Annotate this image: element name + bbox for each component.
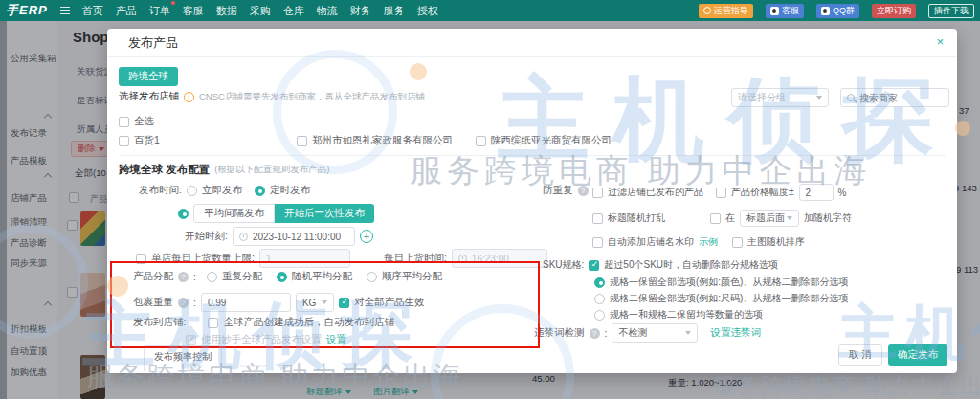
close-icon[interactable]: ×	[936, 35, 944, 48]
shop-name: 郑州市如恩礼家政服务有限公司	[312, 134, 453, 147]
daily-time-value: 16:23:00	[472, 254, 509, 264]
add-random-label: 加随机字符	[804, 211, 852, 225]
shop-checkbox[interactable]	[119, 136, 129, 146]
img-shuffle-checkbox[interactable]	[732, 237, 743, 248]
dedupe-label: 防重复	[543, 184, 573, 197]
shop-checkbox[interactable]	[297, 136, 307, 146]
publish-product-dialog: 发布产品 × 跨境全球 选择发布店铺 CNSC店铺需要先发布到商家，再从全球产品…	[107, 29, 957, 373]
notification-dot	[171, 1, 175, 5]
position-select[interactable]: 标题后面	[740, 210, 799, 227]
scheduled-radio[interactable]	[255, 186, 265, 196]
nav-purchase[interactable]: 采购	[250, 4, 271, 18]
alloc-random-label: 随机平均分配	[292, 270, 352, 283]
shop-hint: CNSC店铺需要先发布到商家，再从全球产品发布到店铺	[199, 91, 425, 103]
colon: :	[605, 327, 608, 339]
mode-radio[interactable]	[178, 209, 189, 219]
price-range-checkbox[interactable]	[716, 188, 726, 198]
plugin-download-button[interactable]: 插件下载	[928, 4, 974, 18]
nav-home[interactable]: 首页	[82, 4, 103, 18]
start-time-value: 2023-10-12 11:00:00	[253, 232, 341, 242]
nav-authorization[interactable]: 授权	[417, 4, 438, 18]
mode-interval-button[interactable]: 平均间隔发布	[193, 204, 275, 223]
daily-limit-checkbox[interactable]	[136, 254, 146, 264]
weight-unit-value: KG	[302, 298, 316, 308]
nav-customer-service[interactable]: 客服	[183, 4, 204, 18]
select-all-label: 全选	[134, 115, 154, 128]
frequency-control-panel[interactable]: 发布频率控制	[144, 345, 222, 371]
weight-unit-select[interactable]: KG	[296, 293, 334, 312]
auto-publish-checkbox[interactable]	[208, 318, 218, 328]
nav-orders[interactable]: 订单	[149, 4, 170, 18]
colon: :	[193, 297, 196, 308]
config-section-title: 跨境全球 发布配置	[119, 163, 210, 177]
nav-products[interactable]: 产品	[116, 4, 137, 18]
example-link[interactable]: 示例	[699, 235, 718, 249]
price-range-input[interactable]	[799, 184, 834, 201]
shop-option[interactable]: 郑州市如恩礼家政服务有限公司	[297, 134, 453, 147]
alloc-order-radio[interactable]	[367, 272, 377, 282]
shop-name: 陕西缤纸亚光商贸有限公司	[491, 134, 612, 147]
forbidden-select[interactable]: 不检测	[612, 323, 698, 343]
group-select[interactable]: 请选择分组	[731, 88, 829, 107]
erp-app: 手ERP 首页 产品 订单 客服 数据 采购 仓库 物流 财务 服务 授权 运营…	[0, 0, 980, 399]
sku-opt1-radio[interactable]	[594, 277, 605, 288]
mode-once-button[interactable]: 开始后一次性发布	[275, 204, 374, 223]
qq-icon	[770, 7, 779, 15]
shop-search-input[interactable]	[859, 90, 936, 105]
select-shop-label: 选择发布店铺	[119, 90, 179, 103]
sku-label: SKU规格:	[543, 258, 584, 272]
shop-option[interactable]: 陕西缤纸亚光商贸有限公司	[476, 134, 612, 147]
select-all-shops[interactable]: 全选	[119, 115, 154, 128]
shop-search-box[interactable]	[840, 88, 949, 107]
alloc-order-label: 顺序平均分配	[382, 270, 442, 283]
shop-name: 百货1	[134, 134, 160, 147]
qq-group-button[interactable]: QQ群	[816, 4, 859, 18]
nav-warehouse[interactable]: 仓库	[283, 4, 304, 18]
img-shuffle-label: 主图随机排序	[747, 235, 805, 249]
add-time-icon[interactable]	[360, 230, 373, 243]
start-time-label: 开始时刻:	[185, 230, 228, 243]
start-time-picker[interactable]: 2023-10-12 11:00:00	[233, 227, 355, 246]
shop-option[interactable]: 百货1	[119, 134, 160, 147]
immediate-label: 立即发布	[202, 184, 242, 197]
sku-over50-checkbox[interactable]	[589, 260, 599, 271]
guide-label: 运营指导	[714, 5, 748, 17]
nav-finance[interactable]: 财务	[350, 4, 371, 18]
service-button[interactable]: 客服	[766, 4, 804, 18]
setting-link[interactable]: 设置	[326, 333, 346, 346]
select-all-checkbox[interactable]	[119, 117, 129, 127]
nav-logistics[interactable]: 物流	[317, 4, 338, 18]
title-shuffle-checkbox[interactable]	[592, 213, 603, 224]
chevron-down-icon	[816, 96, 822, 100]
forbidden-setting-link[interactable]: 设置违禁词	[710, 326, 761, 340]
platform-tab-global[interactable]: 跨境全球	[119, 67, 178, 86]
info-icon	[184, 92, 194, 102]
weight-input[interactable]	[201, 293, 291, 312]
sku-opt1-label: 规格一保留全部选项(例如:颜色)、从规格二删除部分选项	[610, 276, 848, 289]
dialog-title: 发布产品	[128, 29, 178, 57]
confirm-publish-button[interactable]: 确定发布	[888, 344, 947, 366]
filter-published-checkbox[interactable]	[592, 188, 603, 198]
sku-opt2-radio[interactable]	[594, 294, 605, 304]
daily-limit-input[interactable]	[259, 249, 350, 268]
top-nav: 手ERP 首页 产品 订单 客服 数据 采购 仓库 物流 财务 服务 授权 运营…	[0, 0, 980, 21]
price-range-label: 产品价格幅度±	[731, 186, 794, 199]
watermark-checkbox[interactable]	[592, 237, 603, 248]
random-char-checkbox[interactable]	[710, 213, 721, 224]
guide-button[interactable]: 运营指导	[699, 4, 753, 18]
cancel-button[interactable]: 取 消	[838, 344, 882, 366]
apply-all-checkbox[interactable]	[339, 298, 349, 308]
forbidden-value: 不检测	[618, 326, 647, 340]
alloc-repeat-radio[interactable]	[207, 272, 217, 282]
alloc-random-radio[interactable]	[277, 272, 287, 282]
shop-checkbox[interactable]	[476, 136, 486, 146]
use-setting-checkbox[interactable]	[186, 335, 196, 345]
colon: :	[193, 271, 196, 282]
hamburger-icon[interactable]	[60, 7, 70, 15]
use-setting-label: 使用妙手全球产品发布设置	[201, 333, 322, 346]
sku-opt3-radio[interactable]	[594, 310, 605, 321]
order-button[interactable]: 立即订购	[872, 4, 916, 18]
immediate-radio[interactable]	[187, 186, 197, 196]
nav-data[interactable]: 数据	[216, 4, 237, 18]
nav-services[interactable]: 服务	[384, 4, 405, 18]
